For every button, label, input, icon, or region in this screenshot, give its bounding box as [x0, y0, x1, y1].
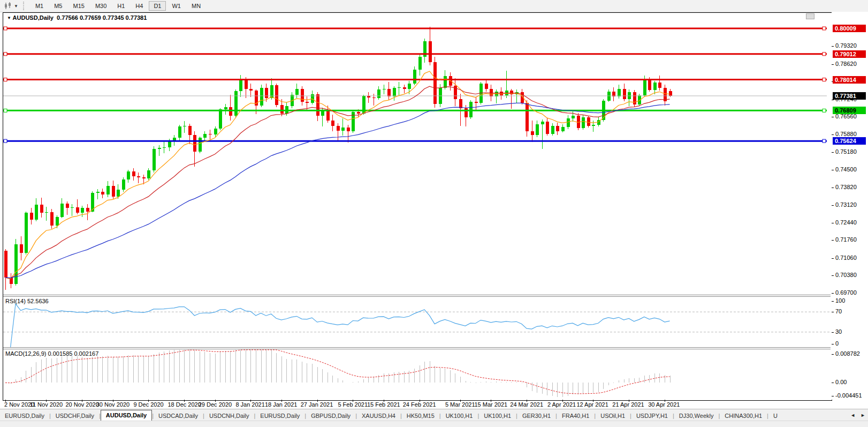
tick-mark	[832, 293, 834, 294]
chart-tab-u[interactable]: U	[768, 411, 782, 421]
timeframe-button-mn[interactable]: MN	[187, 1, 205, 11]
date-label: 15 Feb 2021	[367, 401, 400, 408]
rsi-indicator-pane[interactable]	[3, 297, 831, 347]
chart-tab-eurusd-daily[interactable]: EURUSD,Daily	[0, 411, 49, 421]
chart-shift-button[interactable]	[806, 13, 814, 19]
macd-indicator-pane[interactable]	[3, 349, 831, 400]
date-label: 27 Jan 2021	[301, 401, 333, 408]
price-axis[interactable]: 0.793200.786200.779400.772400.765600.758…	[832, 12, 868, 400]
moving-average-9	[5, 71, 670, 279]
tick-mark	[832, 332, 834, 333]
rsi-line	[11, 304, 670, 347]
macd-histogram	[6, 350, 671, 397]
chart-tab-china300-h1[interactable]: CHINA300,H1	[720, 411, 767, 421]
line-handle[interactable]	[4, 27, 7, 30]
chart-tab-usdjpy-h1[interactable]: USDJPY,H1	[631, 411, 673, 421]
line-handle[interactable]	[823, 109, 826, 112]
chart-tab-usdcad-daily[interactable]: USDCAD,Daily	[154, 411, 203, 421]
price-tick-label: 0.73820	[835, 184, 857, 190]
date-label: 24 Feb 2021	[403, 401, 436, 408]
timeframe-button-m30[interactable]: M30	[90, 1, 111, 11]
price-tick-label: 0.74500	[835, 166, 857, 173]
tab-scroll-right-button[interactable]: ►	[858, 411, 868, 419]
chart-tab-xauusd-h4[interactable]: XAUUSD,H4	[357, 411, 400, 421]
date-label: 30 Apr 2021	[648, 401, 680, 408]
price-tick-label: 0	[835, 340, 839, 347]
price-tick-label: 0.75880	[835, 131, 857, 137]
price-tick-label: 0.71060	[835, 254, 857, 261]
line-handle[interactable]	[4, 139, 7, 143]
line-handle[interactable]	[4, 78, 7, 81]
chart-tab-usdchf-daily[interactable]: USDCHF,Daily	[51, 411, 99, 421]
bottom-strip	[0, 421, 868, 427]
chart-tab-usdcnh-daily[interactable]: USDCNH,Daily	[204, 411, 254, 421]
price-chart-pane[interactable]	[3, 13, 831, 295]
date-label: 20 Nov 2020	[65, 401, 98, 408]
ohlc-open: 0.77566	[57, 14, 78, 21]
timeframe-toolbar: ▼ M1M5M15M30H1H4D1W1MN	[0, 0, 868, 12]
chart-tab-hk50-m15[interactable]: HK50,M15	[402, 411, 439, 421]
date-label: 9 Dec 2020	[133, 401, 163, 408]
chart-symbol-header: ▼ AUDUSD,Daily 0.77566 0.77659 0.77345 0…	[7, 14, 147, 21]
price-tag: 0.78014	[833, 76, 866, 84]
tick-mark	[832, 354, 834, 355]
tab-scroll-controls: ◄►	[848, 409, 868, 421]
date-axis[interactable]: 2 Nov 202011 Nov 202020 Nov 202030 Nov 2…	[3, 400, 832, 409]
chart-tab-ger30-h1[interactable]: GER30,H1	[517, 411, 555, 421]
tick-mark	[832, 188, 834, 188]
tick-mark	[832, 64, 834, 65]
line-handle[interactable]	[823, 27, 826, 30]
timeframe-button-m15[interactable]: M15	[68, 1, 89, 11]
ohlc-close: 0.77381	[126, 14, 147, 21]
ohlc-low: 0.77345	[103, 14, 124, 21]
tab-scroll-left-button[interactable]: ◄	[848, 411, 858, 419]
price-tag: 0.79012	[833, 50, 866, 58]
price-tick-label: 0.70380	[835, 272, 857, 278]
price-tick-label: -0.004451	[835, 392, 862, 399]
price-tick-label: 0.78620	[835, 61, 857, 67]
date-label: 11 Nov 2020	[30, 401, 63, 408]
tick-mark	[832, 46, 834, 47]
timeframe-button-h4[interactable]: H4	[131, 1, 148, 11]
timeframe-button-d1[interactable]: D1	[149, 1, 166, 11]
pane-separator[interactable]	[3, 347, 831, 349]
chart-tab-dj30-weekly[interactable]: DJ30,Weekly	[674, 411, 719, 421]
line-handle[interactable]	[4, 109, 7, 112]
price-tag: 0.76809	[833, 107, 866, 114]
date-label: 29 Dec 2020	[199, 401, 232, 408]
date-label: 5 Mar 2021	[445, 401, 475, 408]
chart-tab-eurusd-daily[interactable]: EURUSD,Daily	[255, 411, 304, 421]
candlestick-chart-icon	[4, 2, 12, 10]
timeframe-button-m5[interactable]: M5	[49, 1, 67, 11]
tick-mark	[832, 312, 834, 312]
price-tick-label: 70	[835, 308, 842, 314]
chart-tab-bar: EURUSD,Daily|USDCHF,Daily|AUDUSD,Daily|U…	[0, 409, 868, 421]
pane-separator[interactable]	[3, 295, 831, 297]
price-tick-label: 30	[835, 328, 842, 335]
line-handle[interactable]	[823, 53, 826, 56]
tick-mark	[832, 223, 834, 223]
line-handle[interactable]	[823, 139, 826, 143]
price-tick-label: 0.72440	[835, 219, 857, 226]
timeframe-button-m1[interactable]: M1	[31, 1, 48, 11]
chart-type-button[interactable]: ▼	[2, 2, 20, 10]
date-label: 24 Mar 2021	[510, 401, 543, 408]
chart-tab-uk100-h1[interactable]: UK100,H1	[441, 411, 478, 421]
chevron-down-icon: ▼	[14, 4, 18, 9]
chart-symbol: AUDUSD,Daily	[13, 14, 54, 21]
chart-tab-usoil-h1[interactable]: USOil,H1	[596, 411, 630, 421]
line-handle[interactable]	[4, 53, 7, 56]
chart-tab-gbpusd-daily[interactable]: GBPUSD,Daily	[306, 411, 355, 421]
chart-tab-fra40-h1[interactable]: FRA40,H1	[557, 411, 594, 421]
date-label: 21 Apr 2021	[612, 401, 644, 408]
chart-tab-uk100-h1[interactable]: UK100,H1	[479, 411, 516, 421]
timeframe-button-w1[interactable]: W1	[167, 1, 186, 11]
price-tag: 0.77381	[833, 92, 866, 100]
chart-tab-audusd-daily[interactable]: AUDUSD,Daily	[101, 410, 152, 421]
date-label: 5 Feb 2021	[338, 401, 368, 408]
tick-mark	[832, 170, 834, 170]
timeframe-button-h1[interactable]: H1	[112, 1, 130, 11]
toolbar-grip-handle[interactable]	[23, 2, 27, 10]
line-handle[interactable]	[823, 78, 826, 81]
tick-mark	[832, 258, 834, 259]
